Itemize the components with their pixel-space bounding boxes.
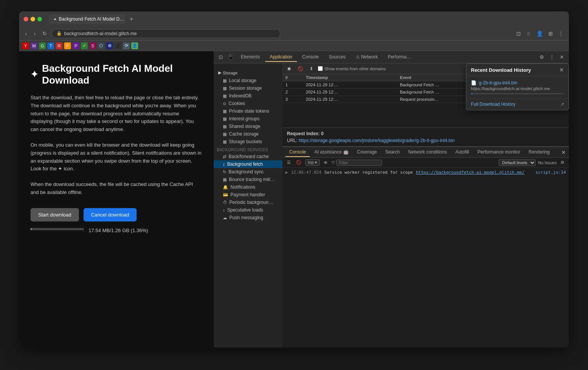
sidebar-item-interest-groups[interactable]: ▦ Interest groups <box>214 115 282 123</box>
active-tab[interactable]: ✦ Background Fetch AI Model D… ✕ <box>49 14 125 24</box>
ext-icon-1[interactable]: Y <box>22 42 29 49</box>
devtools-icon-1[interactable]: ⊡ <box>217 53 225 61</box>
sidebar-item-back-forward-cache[interactable]: ⇄ Back/forward cache <box>214 153 282 160</box>
ext-icon-12[interactable]: ⟳ <box>123 42 130 49</box>
request-url[interactable]: https://storage.googleapis.com/jmstore/k… <box>299 138 455 143</box>
background-fetch-label: Background fetch <box>227 162 263 167</box>
sidebar-item-indexeddb[interactable]: ▦ IndexedDB <box>214 92 282 100</box>
tab-network[interactable]: ⚠ Network <box>351 53 382 62</box>
tab-elements[interactable]: Elements <box>236 53 264 62</box>
devtools-settings-btn[interactable]: ⚙ <box>538 53 546 61</box>
shared-storage-label: Shared storage <box>229 124 260 129</box>
sidebar-item-payment-handler[interactable]: 💳 Payment handler <box>214 191 282 199</box>
reload-button[interactable]: ↻ <box>40 30 49 37</box>
sidebar-item-push-messaging[interactable]: ☁ Push messaging <box>214 214 282 221</box>
storage-header[interactable]: ▶Storage <box>214 69 282 77</box>
context-selector[interactable]: top ▾ <box>305 159 320 166</box>
console-tab-performance-monitor[interactable]: Performance monitor <box>474 148 524 157</box>
log-level-select[interactable]: Default levels <box>499 159 536 166</box>
ext-icon-4[interactable]: T <box>47 42 54 49</box>
other-domains-checkbox[interactable] <box>318 66 323 71</box>
devtools-sidebar: ▶Storage ▦ Local storage ▦ Session stora… <box>214 63 282 347</box>
popup-close-button[interactable]: ✕ <box>559 67 564 73</box>
log-link[interactable]: https://backgroundfetch-ai-model.glitch.… <box>416 170 525 175</box>
ext-icon-2[interactable]: M <box>31 42 37 49</box>
sidebar-item-background-fetch[interactable]: ↕ Background fetch <box>214 160 282 168</box>
devtools-close-btn[interactable]: ✕ <box>558 53 566 61</box>
filter-input[interactable] <box>336 160 382 166</box>
download-log-button[interactable]: ⬇ <box>308 65 315 72</box>
forward-button[interactable]: › <box>32 30 38 37</box>
description-1: Start the download, then feel free to re… <box>31 94 202 134</box>
external-link-icon[interactable]: ↗ <box>561 102 564 107</box>
log-arrow[interactable]: ▶ <box>285 170 288 175</box>
sidebar-item-shared-storage[interactable]: ▦ Shared storage <box>214 123 282 130</box>
sidebar-item-notifications[interactable]: 🔔 Notifications <box>214 183 282 191</box>
ext-icon-10[interactable]: ⬡ <box>98 42 105 49</box>
console-tab-network-conditions[interactable]: Network conditions <box>404 148 451 157</box>
back-button[interactable]: ‹ <box>23 30 29 37</box>
console-eye-btn[interactable]: 👁 <box>322 160 329 166</box>
other-domains-checkbox-label[interactable]: Show events from other domains <box>318 66 386 71</box>
new-tab-button[interactable]: + <box>127 15 136 23</box>
devtools-more-btn[interactable]: ⋮ <box>548 53 556 61</box>
filter-icon: ▽ <box>332 160 335 165</box>
sidebar-item-storage-buckets[interactable]: ▦ Storage buckets <box>214 138 282 145</box>
full-history-link[interactable]: Full Download History <box>471 102 516 107</box>
cancel-download-button[interactable]: Cancel download <box>84 208 137 221</box>
ext-icon-9[interactable]: S <box>89 42 96 49</box>
sidebar-item-local-storage[interactable]: ▦ Local storage <box>214 77 282 84</box>
minimize-button[interactable] <box>31 17 35 21</box>
console-tab-console[interactable]: Console <box>285 148 310 157</box>
ext-icon-6[interactable]: F <box>64 42 71 49</box>
payment-handler-icon: 💳 <box>223 192 228 197</box>
devtools-icon-2[interactable]: 📱 <box>226 53 235 61</box>
extensions-icon[interactable]: ⊞ <box>547 30 554 37</box>
log-source[interactable]: script.js:14 <box>536 170 566 175</box>
sidebar-item-speculative-loads[interactable]: ↕ Speculative loads <box>214 206 282 214</box>
bookmark-icon[interactable]: ☆ <box>525 30 533 37</box>
menu-icon[interactable]: ⋮ <box>557 30 565 37</box>
console-tab-autofill[interactable]: Autofill <box>451 148 473 157</box>
console-sidebar-btn[interactable]: ☰ <box>285 159 292 166</box>
ext-icon-13[interactable]: 👤 <box>131 42 138 49</box>
sidebar-item-cookies[interactable]: ⊙ Cookies <box>214 100 282 107</box>
sidebar-item-background-sync[interactable]: ↻ Background sync <box>214 168 282 176</box>
interest-groups-label: Interest groups <box>229 116 259 121</box>
ext-icon-8[interactable]: ✓ <box>81 42 88 49</box>
console-close-button[interactable]: ✕ <box>561 149 566 155</box>
ext-icon-7[interactable]: P <box>72 42 79 49</box>
console-tab-rendering[interactable]: Rendering <box>525 148 553 157</box>
push-messaging-icon: ☁ <box>223 215 227 220</box>
sidebar-item-private-state[interactable]: ▦ Private state tokens <box>214 107 282 115</box>
console-clear-btn[interactable]: 🚫 <box>295 159 303 166</box>
sidebar-item-bounce-tracking[interactable]: ▦ Bounce tracking miti… <box>214 176 282 183</box>
filename-text: g-2b-it-gpu-int4.bin <box>479 80 517 86</box>
tab-application[interactable]: Application <box>265 53 297 62</box>
tab-console[interactable]: Console <box>298 53 324 62</box>
profile-icon[interactable]: 👤 <box>535 30 545 37</box>
close-button[interactable] <box>24 17 28 21</box>
fullscreen-button[interactable] <box>37 17 42 21</box>
storage-buckets-icon: ▦ <box>223 139 227 144</box>
console-area: Console AI assistance 🤖 Coverage Search … <box>282 146 569 196</box>
record-button[interactable]: ⏺ <box>285 65 293 72</box>
ext-icon-5[interactable]: R <box>56 42 63 49</box>
start-download-button[interactable]: Start download <box>31 208 79 221</box>
console-tab-coverage[interactable]: Coverage <box>353 148 381 157</box>
page-title: ✦ Background Fetch AI Model Download <box>31 63 202 86</box>
ext-icon-11[interactable]: ⊞ <box>106 42 113 49</box>
tab-sources[interactable]: Sources <box>324 53 350 62</box>
tab-performance[interactable]: Performa… <box>383 53 416 62</box>
console-tab-ai[interactable]: AI assistance 🤖 <box>311 148 353 157</box>
sidebar-item-periodic-background[interactable]: ⏱ Periodic backgroun… <box>214 199 282 206</box>
cast-icon[interactable]: ⊡ <box>515 30 522 37</box>
clear-button[interactable]: 🚫 <box>296 65 305 72</box>
console-settings-btn[interactable]: ⚙ <box>559 159 566 166</box>
ext-icon-3[interactable]: G <box>39 42 46 49</box>
sidebar-item-session-storage[interactable]: ▦ Session storage <box>214 84 282 92</box>
devtools-main: ⏺ 🚫 ⬇ Show events from other domains <box>282 63 569 347</box>
address-bar[interactable]: 🔒 backgroundfetch-ai-model.glitch.me <box>52 29 280 38</box>
console-tab-search[interactable]: Search <box>382 148 404 157</box>
sidebar-item-cache-storage[interactable]: ▦ Cache storage <box>214 130 282 138</box>
